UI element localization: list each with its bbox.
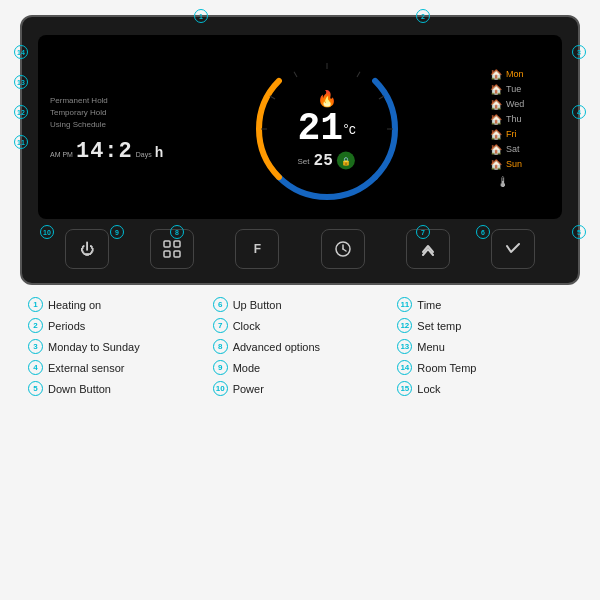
thermostat-device: 1 2 3 4 5 6 7 8 9 10 11 12 13 14 Permane…	[20, 15, 580, 285]
main-temp-display: 21°c	[298, 110, 356, 148]
legend-text-7: Clock	[233, 320, 261, 332]
annotation-2: 2	[416, 9, 430, 23]
home-icon-mon: 🏠	[490, 69, 502, 80]
sensor-icon: 🌡	[496, 174, 510, 190]
annotation-12: 12	[14, 105, 28, 119]
annotation-5: 5	[572, 225, 586, 239]
legend-circle-10: 10	[213, 381, 228, 396]
annotation-11: 11	[14, 135, 28, 149]
legend-text-12: Set temp	[417, 320, 461, 332]
legend-text-4: External sensor	[48, 362, 124, 374]
degree-unit: °c	[343, 121, 356, 137]
legend-item-7: 7 Clock	[213, 316, 388, 335]
center-dial: 🔥 21°c Set 25 🔒	[247, 49, 407, 209]
legend-item-6: 6 Up Button	[213, 295, 388, 314]
legend-text-9: Mode	[233, 362, 261, 374]
legend-text-10: Power	[233, 383, 264, 395]
legend-circle-2: 2	[28, 318, 43, 333]
svg-line-5	[379, 96, 384, 99]
svg-rect-9	[164, 251, 170, 257]
legend-item-2: 2 Periods	[28, 316, 203, 335]
legend-text-6: Up Button	[233, 299, 282, 311]
legend-circle-1: 1	[28, 297, 43, 312]
legend-item-1: 1 Heating on	[28, 295, 203, 314]
down-check-icon	[504, 240, 522, 258]
legend-item-12: 12 Set temp	[397, 316, 572, 335]
legend-item-5: 5 Down Button	[28, 379, 203, 398]
annotation-3: 3	[572, 45, 586, 59]
clock-icon	[334, 240, 352, 258]
annotation-6: 6	[476, 225, 490, 239]
legend-text-15: Lock	[417, 383, 440, 395]
legend-text-1: Heating on	[48, 299, 101, 311]
annotation-8: 8	[170, 225, 184, 239]
svg-line-1	[269, 96, 274, 99]
power-button[interactable]: ⏻	[65, 229, 109, 269]
legend-item-4: 4 External sensor	[28, 358, 203, 377]
annotation-1: 1	[194, 9, 208, 23]
svg-rect-10	[174, 251, 180, 257]
days-label: Days	[136, 151, 152, 158]
legend-item-14: 14 Room Temp	[397, 358, 572, 377]
svg-line-13	[343, 249, 346, 251]
ampm-label: AM PM	[50, 151, 73, 158]
annotation-9: 9	[110, 225, 124, 239]
clock-button[interactable]	[321, 229, 365, 269]
home-icon-fri: 🏠	[490, 129, 502, 140]
legend-circle-3: 3	[28, 339, 43, 354]
legend-circle-7: 7	[213, 318, 228, 333]
legend-circle-6: 6	[213, 297, 228, 312]
annotation-7: 7	[416, 225, 430, 239]
svg-rect-8	[174, 241, 180, 247]
flame-icon: 🔥	[298, 89, 356, 108]
mode-text: Permanent Hold Temporary Hold Using Sche…	[50, 95, 163, 131]
home-icon-sun: 🏠	[490, 159, 502, 170]
mode-icon	[163, 240, 181, 258]
legend-text-8: Advanced options	[233, 341, 320, 353]
legend-item-3: 3 Monday to Sunday	[28, 337, 203, 356]
legend-circle-8: 8	[213, 339, 228, 354]
annotation-4: 4	[572, 105, 586, 119]
legend-item-13: 13 Menu	[397, 337, 572, 356]
legend-item-8: 8 Advanced options	[213, 337, 388, 356]
annotation-10: 10	[40, 225, 54, 239]
legend-text-11: Time	[417, 299, 441, 311]
thermostat-screen: Permanent Hold Temporary Hold Using Sche…	[38, 35, 562, 219]
legend-item-9: 9 Mode	[213, 358, 388, 377]
legend-circle-5: 5	[28, 381, 43, 396]
dial-inner: 🔥 21°c Set 25 🔒	[298, 89, 356, 170]
set-row: Set 25 🔒	[298, 152, 356, 170]
svg-line-4	[357, 72, 360, 77]
legend-circle-13: 13	[397, 339, 412, 354]
up-chevron-icon	[419, 240, 437, 258]
legend-item-15: 15 Lock	[397, 379, 572, 398]
device-container: 1 2 3 4 5 6 7 8 9 10 11 12 13 14 Permane…	[0, 15, 600, 398]
time-unit: h	[155, 144, 164, 160]
advanced-options-button[interactable]: F	[235, 229, 279, 269]
legend-text-2: Periods	[48, 320, 85, 332]
annotation-13: 13	[14, 75, 28, 89]
legend-circle-11: 11	[397, 297, 412, 312]
down-button[interactable]	[491, 229, 535, 269]
day-mon: 🏠 Mon	[490, 69, 530, 80]
day-sat: 🏠 Sat	[490, 144, 530, 155]
set-temp: 25	[314, 152, 333, 170]
time-row: AM PM 14:2 Days h	[50, 139, 163, 164]
day-sun: 🏠 Sun	[490, 159, 530, 170]
legend-text-14: Room Temp	[417, 362, 476, 374]
svg-line-2	[294, 72, 297, 77]
home-icon-wed: 🏠	[490, 99, 502, 110]
time-display: 14:2	[76, 139, 133, 164]
legend-item-11: 11 Time	[397, 295, 572, 314]
day-thu: 🏠 Thu	[490, 114, 530, 125]
day-fri: 🏠 Fri	[490, 129, 530, 140]
legend-text-3: Monday to Sunday	[48, 341, 140, 353]
legend-circle-12: 12	[397, 318, 412, 333]
home-icon-thu: 🏠	[490, 114, 502, 125]
main-temp: 21	[298, 107, 344, 150]
legend-text-5: Down Button	[48, 383, 111, 395]
day-wed: 🏠 Wed	[490, 99, 530, 110]
left-panel: Permanent Hold Temporary Hold Using Sche…	[50, 95, 163, 164]
home-icon-sat: 🏠	[490, 144, 502, 155]
legend-circle-4: 4	[28, 360, 43, 375]
